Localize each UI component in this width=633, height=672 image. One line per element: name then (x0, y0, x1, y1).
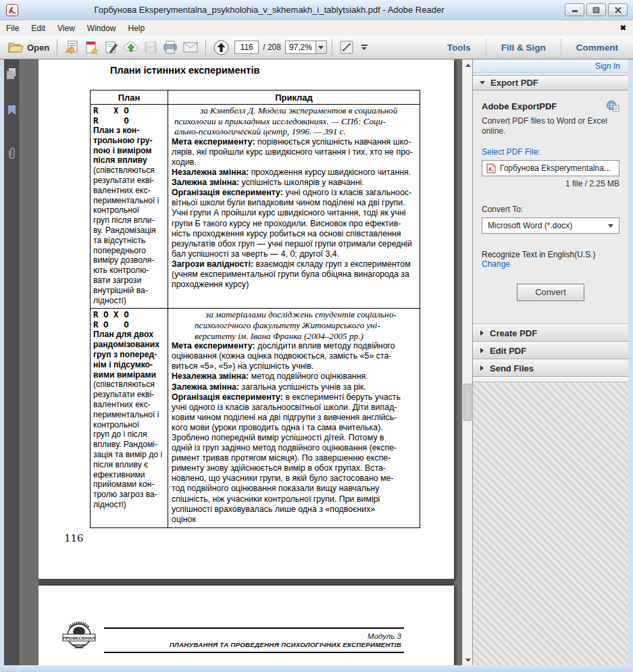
page-up-icon (213, 40, 229, 55)
title-bar: Горбунова Eksperymentalna_psykholohia_v_… (0, 0, 633, 20)
save-icon (144, 41, 157, 54)
minimize-button[interactable] (565, 3, 584, 16)
adobe-reader-window: Горбунова Eksperymentalna_psykholohia_v_… (0, 0, 633, 672)
page-total-label: / 208 (263, 43, 281, 52)
export-pdf-panel-body: Adobe ExportPDF Convert PDF files to Wor… (473, 91, 628, 301)
chevron-down-icon (361, 47, 367, 50)
close-button[interactable] (608, 3, 628, 16)
menu-file[interactable]: File (0, 21, 25, 36)
fit-window-button[interactable] (337, 38, 356, 57)
example-paragraph: Залежна змінна: успішність школярів у на… (172, 178, 415, 188)
plan-description: (співствляються результати екві- валентн… (93, 380, 166, 509)
vertical-scrollbar[interactable] (462, 59, 472, 665)
page-thumbnails-button[interactable] (4, 65, 19, 82)
print-icon (163, 41, 178, 54)
scroll-up-button[interactable] (463, 59, 473, 70)
toolbar-overflow-button[interactable] (361, 45, 368, 50)
edit-pdf-section[interactable]: Edit PDF (473, 342, 628, 359)
file-meta: 1 file / 2.25 MB (482, 179, 619, 188)
convert-button[interactable]: Convert (517, 284, 584, 301)
tools-button[interactable]: Tools (432, 39, 486, 55)
bookmarks-button[interactable] (4, 101, 19, 119)
menu-edit[interactable]: Edit (25, 21, 51, 36)
create-pdf-section[interactable]: Create PDF (473, 324, 628, 342)
window-frame-bottom (0, 665, 633, 672)
overflow-bar-icon (361, 45, 368, 46)
chevron-right-icon (480, 365, 484, 371)
pdf-file-icon (486, 163, 496, 174)
recognize-text-label: Recognize Text in English(U.S.) (482, 250, 619, 259)
sign-button[interactable] (101, 38, 121, 57)
example-source: за матеріалами досліджень студентів соці… (172, 309, 415, 341)
toolbar-separator (332, 39, 332, 55)
save-button[interactable] (141, 38, 160, 57)
email-icon (183, 42, 198, 53)
export-pdf-panel-header[interactable]: Export PDF (473, 75, 628, 91)
plan-cell: R O X O R O O План для двох рандомізован… (91, 309, 168, 527)
minimize-icon (572, 7, 578, 13)
plan-name: План з кон- трольною гру- пою і виміром … (93, 126, 166, 165)
zoom-input[interactable]: 97,2% (285, 41, 316, 54)
cloud-upload-button[interactable] (121, 38, 141, 57)
column-header-example: Приклад (168, 93, 420, 103)
toolbar-separator (205, 39, 206, 55)
paperclip-icon (7, 147, 16, 159)
page-number-input[interactable]: 116 (234, 41, 259, 54)
email-button[interactable] (180, 38, 201, 57)
plan-schema: R O X O R O O (93, 309, 166, 330)
menu-help[interactable]: Help (122, 21, 151, 36)
menu-view[interactable]: View (51, 21, 81, 36)
chevron-down-icon (480, 81, 485, 84)
document-view[interactable]: Плани істинних експериментів План Прикла… (19, 59, 462, 665)
export-pdf-button[interactable] (62, 38, 82, 57)
previous-page-button[interactable] (211, 38, 232, 57)
close-document-icon[interactable]: ✖ (620, 24, 626, 32)
print-button[interactable] (160, 38, 180, 57)
running-footer: Модуль 3 ПЛАНУВАННЯ ТА ПРОВЕДЕННЯ ПСИХОЛ… (104, 627, 404, 653)
svg-text:ПРОФЕСІОНАЛ: ПРОФЕСІОНАЛ (63, 636, 95, 640)
restore-button[interactable] (586, 3, 606, 16)
pdf-page-116: Плани істинних експериментів План Прикла… (39, 59, 454, 579)
plan-schema: R X O R O (93, 105, 166, 126)
page-number: 116 (64, 532, 84, 544)
zoom-dropdown-button[interactable] (316, 41, 327, 54)
change-link[interactable]: Change (482, 259, 619, 269)
page-gap (39, 579, 454, 586)
convert-to-label: Convert To: (482, 205, 619, 214)
selected-file-box[interactable]: Горбунова Eksperymentalna... (482, 160, 619, 176)
example-paragraph: Організація експерименту: учні одного із… (172, 188, 415, 259)
format-value: Microsoft Word (*.docx) (488, 221, 608, 230)
create-pdf-button[interactable] (82, 38, 101, 57)
scrollbar-thumb[interactable] (463, 384, 472, 421)
table-header-row: План Приклад (91, 91, 420, 105)
example-paragraph: Залежна змінна: загальна успішність учні… (172, 382, 415, 392)
plan-cell: R X O R O План з кон- трольною гру- пою … (91, 105, 168, 308)
section-label: Create PDF (490, 328, 537, 338)
chevron-right-icon (480, 348, 484, 353)
section-label: Send Files (490, 363, 534, 373)
table-row: R O X O R O O План для двох рандомізован… (91, 308, 420, 527)
module-label: Модуль 3 (104, 632, 401, 640)
scroll-down-button[interactable] (463, 654, 473, 665)
sign-in-link[interactable]: Sign In (473, 59, 628, 73)
example-paragraph: Мета експерименту: дослідити вплив метод… (172, 341, 415, 371)
product-description: Convert PDF files to Word or Excel onlin… (482, 116, 619, 136)
selected-file-name: Горбунова Eksperymentalna... (500, 163, 611, 173)
fill-sign-button[interactable]: Fill & Sign (486, 39, 561, 55)
pdf-page-117: ПРОФЕСІОНАЛ Модуль 3 ПЛАНУВАННЯ ТА ПРОВЕ… (39, 586, 454, 665)
open-button[interactable]: Open (5, 38, 52, 57)
comment-button[interactable]: Comment (561, 39, 633, 55)
chevron-up-icon (465, 63, 471, 67)
menu-window[interactable]: Window (81, 21, 122, 36)
attachments-button[interactable] (4, 145, 19, 162)
experiment-plans-table: План Приклад R X O R O План з кон- троль… (90, 90, 420, 528)
column-header-plan: План (91, 91, 168, 104)
format-dropdown[interactable]: Microsoft Word (*.docx) (482, 217, 619, 234)
plan-description: (співствляються результати екві- валентн… (93, 165, 166, 305)
select-pdf-label: Select PDF File: (482, 147, 619, 157)
send-files-section[interactable]: Send Files (473, 359, 628, 377)
plan-name: План для двох рандомізованих груп з попе… (93, 330, 166, 380)
publisher-logo: ПРОФЕСІОНАЛ (61, 618, 97, 656)
fit-window-icon (340, 41, 353, 54)
module-title: ПЛАНУВАННЯ ТА ПРОВЕДЕННЯ ПСИХОЛОГІЧНИХ Е… (104, 641, 401, 648)
